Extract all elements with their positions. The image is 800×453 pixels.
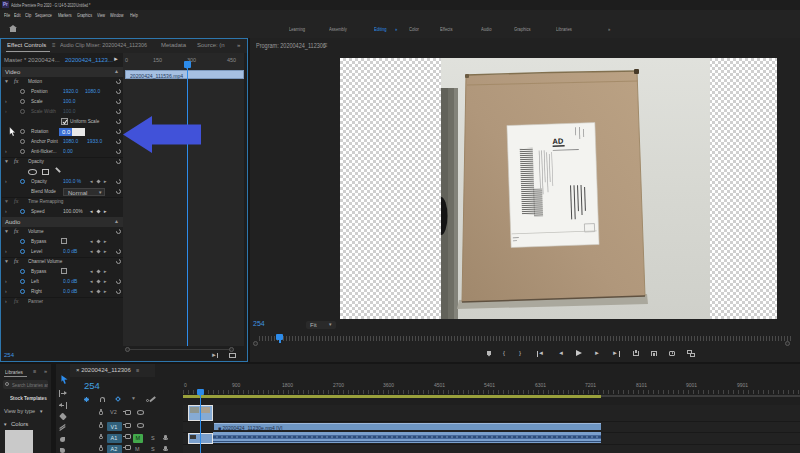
svg-text:AD: AD	[552, 137, 564, 146]
